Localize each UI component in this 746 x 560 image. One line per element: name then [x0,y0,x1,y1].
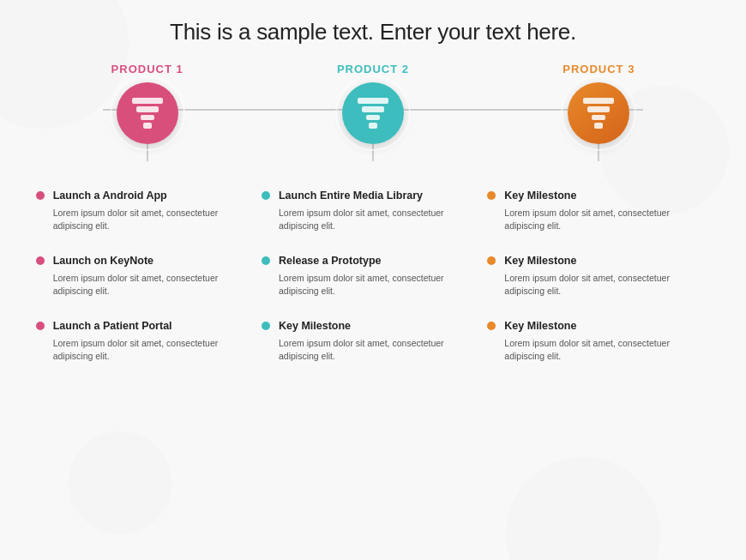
list-item: Key MilestoneLorem ipsum dolor sit amet,… [262,309,484,374]
item-content: Launch a Patient PortalLorem ipsum dolor… [53,319,259,364]
item-dot [487,191,496,200]
item-desc: Lorem ipsum dolor sit amet, consectetuer… [504,272,710,299]
item-desc: Lorem ipsum dolor sit amet, consectetuer… [279,272,484,299]
item-content: Key MilestoneLorem ipsum dolor sit amet,… [504,319,710,364]
product-label-2: PRODUCT 2 [337,63,409,75]
item-dot [262,322,270,330]
item-title: Launch on KeyNote [53,254,259,269]
item-title: Launch a Patient Portal [53,319,259,334]
item-dot [487,322,496,330]
item-dot [262,256,270,265]
product-label-1: PRODUCT 1 [111,63,183,75]
item-title: Launch a Android App [53,189,259,204]
items-list-1: Launch a Android AppLorem ipsum dolor si… [36,178,259,374]
items-list-3: Key MilestoneLorem ipsum dolor sit amet,… [487,178,710,374]
item-title: Release a Prototype [279,254,484,269]
item-title: Launch Entire Media Library [279,189,484,204]
item-content: Key MilestoneLorem ipsum dolor sit amet,… [504,189,710,233]
item-dot [36,256,45,265]
stack-icon-3 [583,98,614,129]
list-item: Key MilestoneLorem ipsum dolor sit amet,… [487,309,710,374]
item-content: Release a PrototypeLorem ipsum dolor sit… [279,254,484,298]
item-desc: Lorem ipsum dolor sit amet, consectetuer… [279,337,484,364]
item-desc: Lorem ipsum dolor sit amet, consectetuer… [53,337,259,364]
product-label-3: PRODUCT 3 [563,63,635,75]
item-title: Key Milestone [504,319,710,334]
item-dot [262,191,270,200]
item-title: Key Milestone [504,254,710,269]
list-item: Launch a Patient PortalLorem ipsum dolor… [36,309,259,374]
list-item: Launch on KeyNoteLorem ipsum dolor sit a… [36,244,259,309]
product-icon-2 [342,82,404,144]
item-content: Key MilestoneLorem ipsum dolor sit amet,… [504,254,710,298]
item-title: Key Milestone [504,189,710,204]
item-content: Key MilestoneLorem ipsum dolor sit amet,… [279,319,484,364]
stack-icon-2 [358,98,388,129]
list-item: Release a PrototypeLorem ipsum dolor sit… [262,244,484,309]
item-desc: Lorem ipsum dolor sit amet, consectetuer… [504,337,710,364]
product-icon-1 [117,82,178,144]
stack-icon-1 [132,98,163,129]
list-item: Key MilestoneLorem ipsum dolor sit amet,… [487,178,710,244]
item-desc: Lorem ipsum dolor sit amet, consectetuer… [504,207,710,234]
product-icon-3 [568,82,629,144]
item-desc: Lorem ipsum dolor sit amet, consectetuer… [53,207,259,234]
item-desc: Lorem ipsum dolor sit amet, consectetuer… [279,207,484,234]
items-list-2: Launch Entire Media LibraryLorem ipsum d… [262,178,484,374]
item-dot [36,322,45,330]
item-dot [487,256,496,265]
timeline-section: PRODUCT 1Launch a Android AppLorem ipsum… [34,63,712,374]
products-row: PRODUCT 1Launch a Android AppLorem ipsum… [34,63,712,374]
product-col-1: PRODUCT 1Launch a Android AppLorem ipsum… [36,63,259,374]
item-content: Launch Entire Media LibraryLorem ipsum d… [279,189,484,233]
list-item: Key MilestoneLorem ipsum dolor sit amet,… [487,244,710,309]
product-col-2: PRODUCT 2Launch Entire Media LibraryLore… [262,63,484,374]
item-dot [36,191,45,200]
list-item: Launch a Android AppLorem ipsum dolor si… [36,178,259,244]
product-col-3: PRODUCT 3Key MilestoneLorem ipsum dolor … [487,63,710,374]
item-content: Launch a Android AppLorem ipsum dolor si… [53,189,259,233]
item-desc: Lorem ipsum dolor sit amet, consectetuer… [53,272,259,299]
list-item: Launch Entire Media LibraryLorem ipsum d… [262,178,484,244]
item-content: Launch on KeyNoteLorem ipsum dolor sit a… [53,254,259,298]
item-title: Key Milestone [279,319,484,334]
